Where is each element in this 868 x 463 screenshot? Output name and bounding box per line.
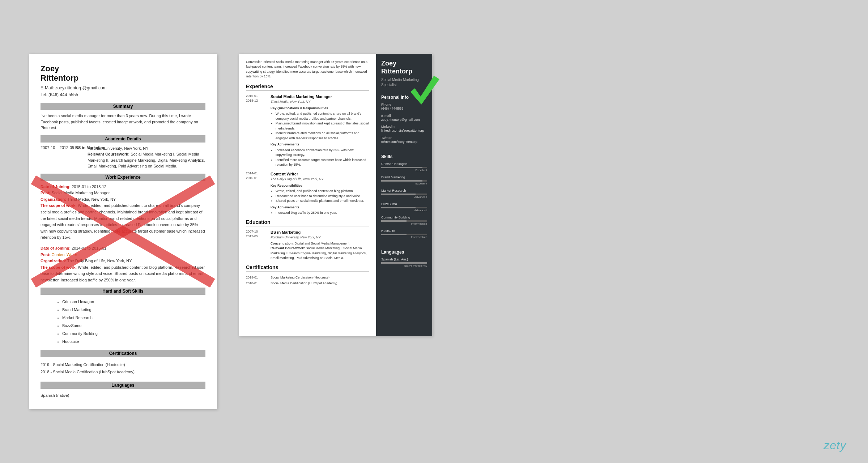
- sidebar-phone: Phone (646) 444-5555: [381, 103, 427, 111]
- bad-edu-detail: Fordham University, New York, NY Relevan…: [88, 145, 205, 169]
- bad-work1-post: Post: Social Media Marketing Manager: [41, 190, 205, 196]
- good-job2-ach-bullets: Increased blog traffic by 250% in one ye…: [271, 211, 369, 216]
- sidebar-skill-4-bar: [381, 220, 427, 222]
- sidebar-lang-section: Languages Spanish (Lat. Am.) Native Prof…: [376, 246, 432, 274]
- sidebar-email: E-mail zoey.rittentorp@gmail.com: [381, 114, 427, 122]
- good-intro: Conversion-oriented social media marketi…: [246, 60, 369, 79]
- bad-name: ZoeyRittentorp: [41, 64, 205, 83]
- good-edu-title: Education: [246, 219, 369, 226]
- bad-skills-header: Hard and Soft Skills: [41, 288, 205, 295]
- sidebar-linkedin: LinkedIn linkedin.com/in/zoey.rittentorp: [381, 125, 427, 133]
- good-edu-detail: BS in Marketing Fordham University, New …: [271, 229, 369, 261]
- sidebar-personal-section: Personal Info Phone (646) 444-5555 E-mai…: [376, 91, 432, 150]
- sidebar-skills-title: Skills: [381, 154, 427, 159]
- zety-logo: zety: [824, 439, 846, 452]
- bad-work1: Date of Joining: 2015-01 to 2018-12 Post…: [41, 184, 205, 241]
- bad-resume: ZoeyRittentorp E-Mail: zoey.rittentorp@g…: [29, 54, 217, 409]
- sidebar-lang-title: Languages: [381, 250, 427, 255]
- bad-work2-org: Organization: The Daily Blog of Life, Ne…: [41, 258, 205, 264]
- good-exp-title: Experience: [246, 84, 369, 91]
- sidebar-name: ZoeyRittentorp: [381, 60, 427, 75]
- sidebar-skill-1-bar: [381, 180, 427, 182]
- bad-work1-scope: The scope of work: Wrote, edited, and pu…: [41, 203, 205, 241]
- sidebar-skill-1: Brand Marketing Excellent: [381, 175, 427, 185]
- bad-summary-text: I've been a social media manager for mor…: [41, 113, 205, 131]
- good-job1-dates: 2015-01 2018-12: [246, 94, 267, 167]
- bad-academic-header: Academic Details: [41, 135, 205, 143]
- bad-work2-dates: Date of Joining: 2014-01 to 2015-01: [41, 245, 205, 252]
- good-resume-sidebar: ZoeyRittentorp Social Media Marketing Sp…: [376, 54, 432, 336]
- good-job1-ach-bullets: Increased Facebook conversion rate by 35…: [271, 148, 369, 167]
- bad-work1-org: Organization: Thirst Media, New York, NY: [41, 196, 205, 203]
- sidebar-skill-5: Hootsuite Intermediate: [381, 229, 427, 239]
- good-job1-row: 2015-01 2018-12 Social Media Marketing M…: [246, 94, 369, 167]
- bad-summary-header: Summary: [41, 103, 205, 110]
- bad-skills-list: Crimson Hexagon Brand Marketing Market R…: [41, 298, 205, 345]
- good-resume-main: Conversion-oriented social media marketi…: [239, 54, 376, 336]
- bad-skill-6: Hootsuite: [62, 337, 205, 345]
- bad-skill-4: BuzzSumo: [62, 322, 205, 330]
- good-job1-detail: Social Media Marketing Manager Thirst Me…: [271, 94, 369, 167]
- sidebar-skill-5-bar: [381, 234, 427, 235]
- sidebar-personal-title: Personal Info: [381, 95, 427, 100]
- good-cert2-row: 2018-01 Social Media Certification (HubS…: [246, 280, 369, 286]
- bad-name-block: ZoeyRittentorp E-Mail: zoey.rittentorp@g…: [41, 64, 205, 98]
- sidebar-skill-3: BuzzSumo Advanced: [381, 202, 427, 212]
- sidebar-twitter: Twitter twitter.com/zoeyrittentorp: [381, 136, 427, 144]
- good-job2-row: 2014-01 2015-01 Content Writer The Daily…: [246, 171, 369, 216]
- good-job1-bullets: Wrote, edited, and published content to …: [271, 111, 369, 141]
- sidebar-skill-0: Crimson Hexagon Excellent: [381, 162, 427, 172]
- sidebar-header: ZoeyRittentorp Social Media Marketing Sp…: [376, 54, 432, 91]
- bad-edu-dates: 2007-10 – 2012-05 BS in Marketing: [41, 145, 84, 169]
- good-job2-bullets: Wrote, edited, and published content on …: [271, 189, 369, 204]
- bad-edu-row: 2007-10 – 2012-05 BS in Marketing Fordha…: [41, 145, 205, 169]
- bad-work2-scope: The scope of work: Wrote, edited, and pu…: [41, 264, 205, 284]
- sidebar-skill-2-bar: [381, 194, 427, 195]
- bad-work1-dates: Date of Joining: 2015-01 to 2018-12: [41, 184, 205, 190]
- good-edu-row: 2007-10 2012-05 BS in Marketing Fordham …: [246, 229, 369, 261]
- bad-work-header: Work Experience: [41, 174, 205, 181]
- bad-cert-text: 2019 - Social Marketing Certification (H…: [41, 360, 205, 377]
- good-edu-dates: 2007-10 2012-05: [246, 229, 267, 261]
- bad-cert-header: Certifications: [41, 350, 205, 357]
- bad-work2-post: Post: Content Writer: [41, 252, 205, 258]
- sidebar-lang-0: Spanish (Lat. Am.) Native Proficiency: [381, 258, 427, 267]
- good-cert1-row: 2019-01 Social Marketing Certification (…: [246, 275, 369, 280]
- bad-skill-3: Market Research: [62, 314, 205, 322]
- bad-skill-5: Community Building: [62, 330, 205, 337]
- sidebar-title: Social Media Marketing Specialist: [381, 77, 427, 88]
- sidebar-skills-section: Skills Crimson Hexagon Excellent Brand M…: [376, 150, 432, 246]
- sidebar-skill-3-bar: [381, 207, 427, 208]
- bad-contact: E-Mail: zoey.rittentorp@gmail.com Tel: (…: [41, 85, 205, 98]
- page-container: ZoeyRittentorp E-Mail: zoey.rittentorp@g…: [0, 32, 868, 431]
- good-job2-detail: Content Writer The Daily Blog of Life, N…: [271, 171, 369, 216]
- sidebar-skill-4: Community Building Intermediate: [381, 216, 427, 225]
- good-resume-container: Conversion-oriented social media marketi…: [239, 54, 432, 336]
- good-resume-wrapper: Conversion-oriented social media marketi…: [239, 54, 432, 336]
- bad-skill-2: Brand Marketing: [62, 306, 205, 314]
- bad-skill-1: Crimson Hexagon: [62, 298, 205, 306]
- sidebar-skill-0-bar: [381, 167, 427, 168]
- good-cert-title: Certifications: [246, 264, 369, 272]
- bad-lang-text: Spanish (native): [41, 392, 205, 399]
- sidebar-skill-2: Market Research Advanced: [381, 189, 427, 199]
- good-job2-dates: 2014-01 2015-01: [246, 171, 267, 216]
- bad-lang-header: Languages: [41, 382, 205, 389]
- bad-work2: Date of Joining: 2014-01 to 2015-01 Post…: [41, 245, 205, 284]
